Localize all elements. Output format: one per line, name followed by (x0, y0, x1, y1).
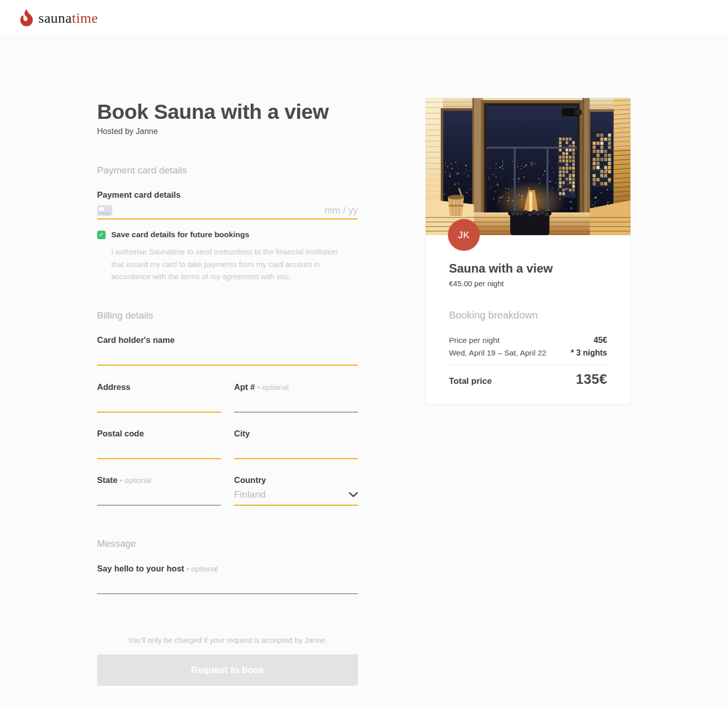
message-field[interactable] (97, 573, 358, 594)
message-input[interactable] (97, 578, 358, 589)
logo-word-primary: sauna (38, 10, 72, 26)
save-card-checkbox-row[interactable]: ✓ Save card details for future bookings (97, 230, 358, 239)
state-input[interactable] (97, 490, 221, 500)
country-select[interactable]: Finland (234, 485, 358, 506)
save-card-checkbox[interactable]: ✓ (97, 231, 106, 239)
apt-input[interactable] (234, 396, 358, 407)
message-section-header: Message (97, 538, 358, 549)
state-cell: State • optional (97, 475, 221, 506)
listing-price-caption: €45.00 per night (449, 279, 607, 288)
checkmark-icon: ✓ (99, 232, 104, 238)
postal-code-label: Postal code (97, 429, 221, 438)
address-cell: Address (97, 382, 221, 413)
breakdown-row-label: Wed, April 19 – Sat, April 22 (449, 348, 547, 358)
save-card-label: Save card details for future bookings (111, 230, 249, 239)
apt-cell: Apt # • optional (234, 382, 358, 413)
card-holder-name-label: Card holder's name (97, 335, 358, 345)
breakdown-divider (449, 365, 607, 365)
address-label: Address (97, 382, 221, 392)
booking-page: saunatime Book Sauna with a view Hosted … (0, 0, 728, 708)
card-holder-name-field[interactable] (97, 345, 358, 366)
postal-code-field[interactable] (97, 438, 221, 459)
breakdown-row-value: 45€ (594, 336, 607, 345)
address-field[interactable] (97, 392, 221, 413)
card-number-field[interactable] (97, 202, 358, 219)
card-number-input[interactable] (117, 205, 318, 216)
listing-title: Sauna with a view (449, 261, 607, 276)
city-input[interactable] (234, 443, 358, 454)
postal-code-input[interactable] (97, 443, 221, 454)
logo-wordmark: saunatime (38, 10, 98, 26)
city-field[interactable] (234, 438, 358, 459)
breakdown-header: Booking breakdown (449, 309, 607, 321)
apt-field[interactable] (234, 392, 358, 413)
payment-section-header: Payment card details (97, 165, 358, 176)
charge-disclaimer: You’ll only be charged if your request i… (97, 636, 358, 644)
breakdown-row-label: Price per night (449, 336, 499, 345)
top-navigation-bar: saunatime (0, 0, 728, 36)
state-optional-marker: • optional (120, 476, 151, 484)
postal-code-cell: Postal code (97, 429, 221, 459)
saunatime-logo[interactable]: saunatime (20, 10, 98, 26)
host-avatar: JK (448, 219, 480, 251)
listing-card-body: Sauna with a view €45.00 per night Booki… (426, 235, 630, 387)
page-subtitle: Hosted by Janne (97, 127, 358, 136)
chevron-down-icon (349, 492, 358, 498)
state-field[interactable] (97, 485, 221, 506)
billing-fields-grid: Address Apt # • optional Postal code Cit… (97, 382, 358, 506)
credit-card-icon (97, 205, 112, 216)
card-authorization-text: I authorise Saunatime to send instructio… (111, 246, 345, 283)
breakdown-row: Price per night 45€ (449, 336, 607, 345)
apt-label: Apt # • optional (234, 382, 358, 392)
message-label: Say hello to your host • optional (97, 564, 358, 573)
breakdown-row: Wed, April 19 – Sat, April 22 * 3 nights (449, 348, 607, 358)
logo-word-secondary: time (72, 10, 98, 26)
booking-form: Book Sauna with a view Hosted by Janne P… (97, 100, 358, 686)
billing-section-header: Billing details (97, 310, 358, 321)
country-cell: Country Finland (234, 475, 358, 506)
message-optional-marker: • optional (187, 564, 218, 573)
card-expiry-input[interactable] (318, 205, 358, 216)
card-holder-name-input[interactable] (97, 349, 358, 360)
request-to-book-button[interactable]: Request to book (97, 654, 358, 686)
address-input[interactable] (97, 396, 221, 407)
host-initials: JK (458, 230, 470, 241)
total-price-value: 135€ (576, 372, 607, 387)
state-label: State • optional (97, 475, 221, 485)
city-cell: City (234, 429, 358, 459)
flame-icon (20, 10, 33, 26)
apt-optional-marker: • optional (257, 383, 289, 391)
card-details-label: Payment card details (97, 190, 358, 200)
country-selected-value: Finland (234, 489, 265, 500)
breakdown-row-value: * 3 nights (571, 348, 607, 358)
total-price-label: Total price (449, 376, 492, 386)
sauna-photo (426, 98, 630, 235)
total-price-row: Total price 135€ (449, 372, 607, 387)
city-label: City (234, 429, 358, 438)
listing-summary-card: JK Sauna with a view €45.00 per night Bo… (425, 98, 631, 405)
page-title: Book Sauna with a view (97, 100, 358, 124)
country-label: Country (234, 475, 358, 485)
